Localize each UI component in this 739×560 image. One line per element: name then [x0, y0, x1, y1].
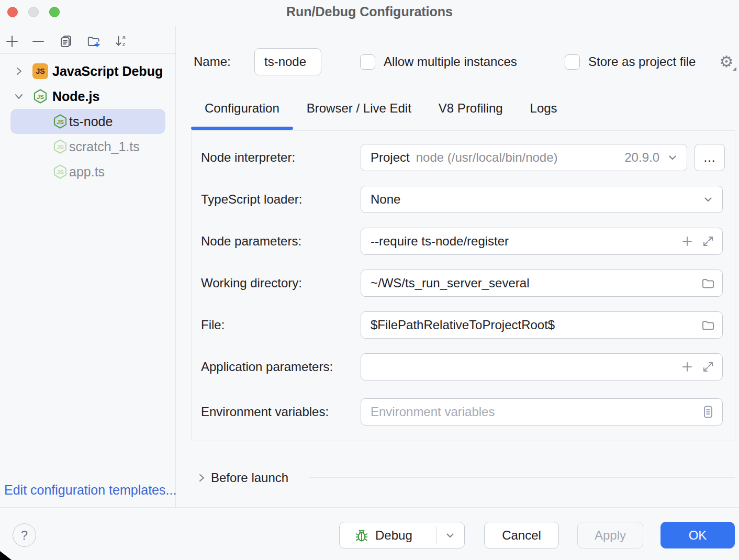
environment-variables-label: Environment variables:	[201, 398, 329, 425]
chevron-down-icon[interactable]	[13, 90, 25, 103]
help-button[interactable]: ?	[13, 523, 36, 547]
edit-configuration-templates-link[interactable]: Edit configuration templates...	[4, 483, 176, 498]
tree-item-label: JavaScript Debug	[52, 64, 163, 79]
tab-label: Logs	[530, 101, 557, 115]
debug-button[interactable]: Debug	[339, 522, 465, 548]
run-debug-configurations-dialog: Run/Debug Configurations a	[0, 0, 739, 560]
interpreter-version: 20.9.0	[624, 150, 659, 165]
add-configuration-icon[interactable]	[5, 35, 19, 48]
name-field	[254, 48, 321, 75]
chevron-right-icon[interactable]	[13, 65, 25, 77]
store-as-project-file-checkbox[interactable]	[565, 54, 580, 70]
add-macro-icon[interactable]	[680, 360, 694, 374]
tree-item-app-ts[interactable]: JS app.ts	[0, 159, 175, 184]
gear-icon[interactable]: ⚙	[718, 52, 735, 72]
remove-configuration-icon[interactable]	[31, 35, 45, 48]
debug-button-label: Debug	[375, 528, 412, 543]
node-parameters-field	[361, 228, 723, 255]
chevron-right-icon[interactable]	[195, 472, 208, 484]
tree-item-label: scratch_1.ts	[69, 139, 140, 154]
tab-logs[interactable]: Logs	[517, 96, 571, 130]
gear-dropdown-triangle	[733, 67, 736, 71]
working-directory-input[interactable]	[361, 270, 701, 296]
node-parameters-label: Node parameters:	[201, 228, 301, 255]
tab-v8-profiling[interactable]: V8 Profiling	[425, 96, 517, 130]
tab-label: Configuration	[205, 101, 279, 115]
tree-item-ts-node[interactable]: JS ts-node	[0, 109, 175, 134]
toolbar-separator	[0, 53, 175, 54]
debug-dropdown-chevron[interactable]	[435, 522, 464, 548]
interpreter-more-button[interactable]: ...	[695, 144, 725, 171]
tree-item-scratch-1-ts[interactable]: JS scratch_1.ts	[0, 134, 175, 159]
node-parameters-input[interactable]	[361, 228, 680, 254]
file-field	[361, 311, 723, 339]
environment-variables-input[interactable]	[361, 399, 701, 425]
svg-text:JS: JS	[57, 144, 63, 150]
configurations-tree: JS JavaScript Debug JS Node.js JS	[0, 59, 175, 184]
working-directory-field	[361, 270, 723, 297]
svg-text:JS: JS	[57, 169, 63, 175]
allow-multiple-instances-label: Allow multiple instances	[384, 54, 517, 69]
tree-item-label: ts-node	[69, 114, 113, 129]
new-folder-icon[interactable]	[87, 35, 100, 48]
sidebar-toolbar: a z	[0, 29, 175, 53]
bug-icon	[354, 528, 369, 543]
node-interpreter-label: Node interpreter:	[201, 144, 295, 171]
svg-text:JS: JS	[37, 94, 43, 100]
active-tab-underline	[191, 127, 293, 130]
folder-browse-icon[interactable]	[701, 318, 715, 332]
typescript-loader-value: None	[361, 192, 702, 207]
typescript-loader-label: TypeScript loader:	[201, 186, 302, 213]
node-interpreter-value: Project node (/usr/local/bin/node)	[361, 150, 624, 165]
tab-browser-live-edit[interactable]: Browser / Live Edit	[293, 96, 425, 130]
copy-configuration-icon[interactable]	[59, 35, 73, 48]
typescript-loader-combobox[interactable]: None	[361, 186, 723, 213]
file-input[interactable]	[361, 312, 701, 338]
tab-label: Browser / Live Edit	[307, 101, 411, 115]
cancel-button[interactable]: Cancel	[484, 522, 559, 548]
node-interpreter-combobox[interactable]: Project node (/usr/local/bin/node) 20.9.…	[361, 144, 687, 171]
expand-field-icon[interactable]	[701, 234, 715, 248]
folder-browse-icon[interactable]	[701, 276, 715, 290]
file-label: File:	[201, 311, 225, 339]
before-launch-divider	[309, 477, 735, 478]
chevron-down-icon	[702, 194, 714, 205]
apply-button[interactable]: Apply	[577, 522, 643, 548]
tree-item-nodejs[interactable]: JS Node.js	[0, 84, 175, 109]
name-input[interactable]	[255, 49, 321, 75]
tree-item-label: Node.js	[52, 89, 99, 104]
interpreter-name: Project	[371, 150, 410, 165]
nodejs-icon: JS	[32, 88, 48, 104]
before-launch-label: Before launch	[211, 471, 288, 485]
tab-configuration[interactable]: Configuration	[191, 96, 293, 130]
tab-bar: Configuration Browser / Live Edit V8 Pro…	[191, 96, 571, 130]
nodejs-icon-faded: JS	[52, 139, 68, 154]
nodejs-icon: JS	[52, 114, 68, 129]
svg-text:JS: JS	[57, 119, 63, 125]
application-parameters-field	[361, 353, 723, 380]
sidebar-divider	[175, 26, 176, 507]
expand-field-icon[interactable]	[701, 360, 715, 374]
sort-alphabetically-icon[interactable]: a z	[115, 35, 128, 48]
window-title: Run/Debug Configurations	[0, 4, 739, 19]
application-parameters-label: Application parameters:	[201, 353, 333, 380]
before-launch-section[interactable]: Before launch	[191, 465, 288, 490]
interpreter-path: node (/usr/local/bin/node)	[416, 150, 558, 165]
tree-item-javascript-debug[interactable]: JS JavaScript Debug	[0, 59, 175, 84]
working-directory-label: Working directory:	[201, 270, 302, 297]
name-label: Name:	[194, 54, 231, 69]
edit-list-icon[interactable]	[701, 405, 715, 419]
nodejs-icon-faded: JS	[52, 164, 68, 180]
chevron-down-icon	[667, 152, 678, 163]
tree-item-label: app.ts	[69, 164, 105, 180]
allow-multiple-instances-checkbox[interactable]	[360, 54, 375, 70]
ok-button[interactable]: OK	[660, 522, 735, 548]
configuration-form-panel: Node interpreter: Project node (/usr/loc…	[191, 130, 735, 441]
application-parameters-input[interactable]	[361, 354, 680, 380]
footer-bar: ? Debug Cancel Apply OK	[0, 507, 739, 560]
svg-text:a: a	[122, 34, 126, 40]
javascript-debug-icon: JS	[32, 63, 48, 79]
environment-variables-field	[361, 398, 723, 425]
store-as-project-file-label: Store as project file	[588, 54, 696, 69]
add-macro-icon[interactable]	[680, 234, 694, 248]
